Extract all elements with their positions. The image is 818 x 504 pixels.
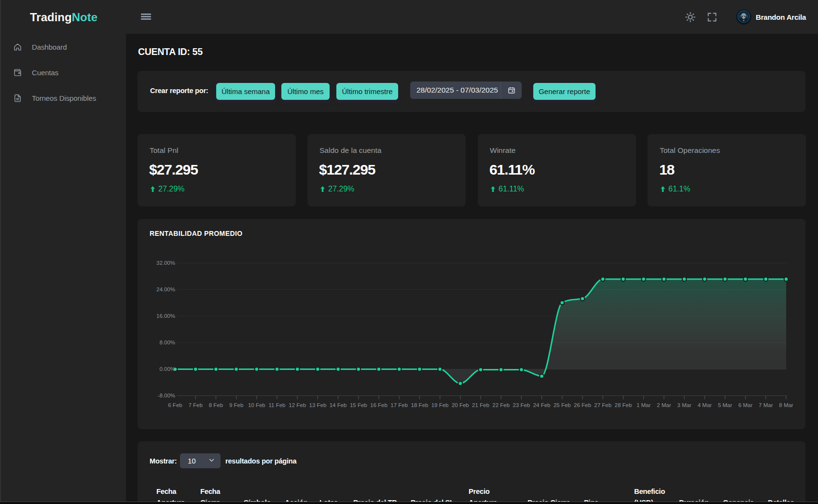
svg-text:24.00%: 24.00% <box>156 286 175 292</box>
svg-text:10 Feb: 10 Feb <box>248 402 265 408</box>
svg-text:22 Feb: 22 Feb <box>492 402 510 408</box>
svg-text:2 Mar: 2 Mar <box>657 402 671 408</box>
svg-text:4 Mar: 4 Mar <box>697 402 712 408</box>
svg-text:32.00%: 32.00% <box>156 260 175 266</box>
svg-text:19 Feb: 19 Feb <box>431 402 449 408</box>
svg-text:7 Mar: 7 Mar <box>759 402 773 408</box>
svg-text:17 Feb: 17 Feb <box>390 402 408 408</box>
svg-text:15 Feb: 15 Feb <box>350 402 367 408</box>
svg-text:11 Feb: 11 Feb <box>269 402 286 408</box>
svg-text:20 Feb: 20 Feb <box>452 402 469 408</box>
svg-text:23 Feb: 23 Feb <box>513 402 530 408</box>
svg-text:28 Feb: 28 Feb <box>614 402 632 408</box>
svg-text:12 Feb: 12 Feb <box>289 402 306 408</box>
svg-text:5 Mar: 5 Mar <box>718 402 733 408</box>
svg-text:25 Feb: 25 Feb <box>554 402 571 408</box>
svg-text:24 Feb: 24 Feb <box>533 402 551 408</box>
svg-text:3 Mar: 3 Mar <box>677 402 692 408</box>
svg-text:8 Mar: 8 Mar <box>779 402 793 408</box>
svg-text:0.00%: 0.00% <box>159 366 175 372</box>
svg-text:7 Feb: 7 Feb <box>188 402 202 408</box>
svg-text:13 Feb: 13 Feb <box>309 402 326 408</box>
svg-text:9 Feb: 9 Feb <box>229 402 243 408</box>
svg-text:8 Feb: 8 Feb <box>209 402 223 408</box>
svg-text:-8.00%: -8.00% <box>158 393 175 398</box>
svg-text:6 Feb: 6 Feb <box>168 402 182 408</box>
svg-text:1 Mar: 1 Mar <box>637 402 651 408</box>
svg-text:8.00%: 8.00% <box>159 340 175 345</box>
svg-text:16.00%: 16.00% <box>156 313 175 319</box>
svg-text:21 Feb: 21 Feb <box>472 402 489 408</box>
svg-text:14 Feb: 14 Feb <box>330 402 347 408</box>
svg-text:27 Feb: 27 Feb <box>594 402 611 408</box>
svg-text:26 Feb: 26 Feb <box>574 402 591 408</box>
svg-text:16 Feb: 16 Feb <box>370 402 388 408</box>
svg-text:18 Feb: 18 Feb <box>411 402 428 408</box>
svg-text:6 Mar: 6 Mar <box>738 402 753 408</box>
